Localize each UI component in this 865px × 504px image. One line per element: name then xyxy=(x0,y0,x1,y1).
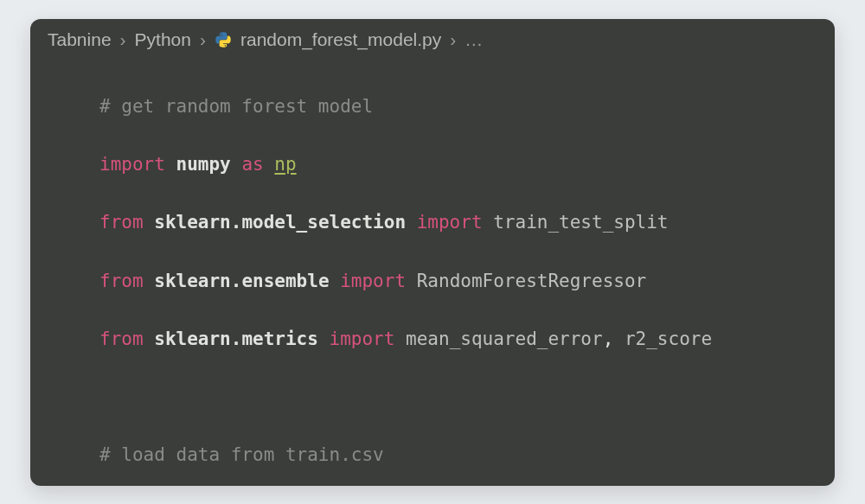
breadcrumb-separator: › xyxy=(450,29,456,50)
module-name: numpy xyxy=(176,154,231,175)
keyword-from: from xyxy=(99,212,144,233)
keyword-import: import xyxy=(99,154,165,175)
alias-np: np xyxy=(274,154,296,175)
import-name: r2_score xyxy=(625,329,712,349)
breadcrumb-item-tabnine[interactable]: Tabnine xyxy=(48,29,112,50)
module-name: sklearn.model_selection xyxy=(154,212,406,233)
code-comment: # get random forest model xyxy=(99,96,373,117)
breadcrumb-separator: › xyxy=(120,29,126,50)
module-name: sklearn.ensemble xyxy=(154,271,329,291)
code-editor[interactable]: # get random forest model import numpy a… xyxy=(30,57,835,486)
editor-window: Tabnine › Python › random_forest_model.p… xyxy=(30,19,835,486)
breadcrumb-separator: › xyxy=(200,29,206,50)
breadcrumb-ellipsis[interactable]: … xyxy=(465,29,483,50)
keyword-as: as xyxy=(241,154,263,175)
import-name: train_test_split xyxy=(493,212,668,233)
keyword-import: import xyxy=(417,212,483,233)
import-name: RandomForestRegressor xyxy=(417,271,647,291)
keyword-from: from xyxy=(99,271,144,291)
breadcrumb-item-filename[interactable]: random_forest_model.py xyxy=(240,29,441,50)
keyword-import: import xyxy=(330,329,395,349)
keyword-from: from xyxy=(99,329,144,349)
breadcrumb: Tabnine › Python › random_forest_model.p… xyxy=(30,19,835,57)
code-block: # get random forest model import numpy a… xyxy=(48,64,835,486)
keyword-import: import xyxy=(340,271,406,291)
separator: , xyxy=(603,329,625,349)
python-file-icon xyxy=(215,31,232,48)
import-name: mean_squared_error xyxy=(406,329,603,349)
breadcrumb-item-python[interactable]: Python xyxy=(135,29,191,50)
code-comment: # load data from train.csv xyxy=(99,444,384,465)
module-name: sklearn.metrics xyxy=(154,329,318,349)
